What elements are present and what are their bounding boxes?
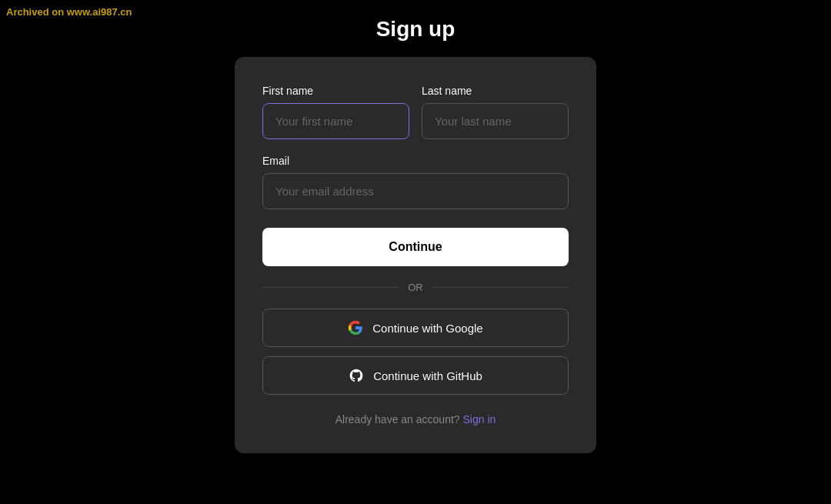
- last-name-label: Last name: [422, 85, 569, 97]
- or-line-left: [262, 287, 399, 288]
- github-button-label: Continue with GitHub: [373, 369, 482, 382]
- archive-banner: Archived on www.ai987.cn: [6, 6, 132, 18]
- email-label: Email: [262, 155, 569, 167]
- first-name-group: First name: [262, 85, 409, 139]
- signin-link[interactable]: Sign in: [462, 413, 496, 426]
- first-name-label: First name: [262, 85, 409, 97]
- signin-section: Already have an account? Sign in: [262, 413, 569, 426]
- or-text: OR: [408, 282, 423, 293]
- first-name-input[interactable]: [262, 103, 409, 139]
- google-button[interactable]: Continue with Google: [262, 309, 569, 347]
- github-icon: [349, 368, 364, 383]
- or-line-right: [432, 287, 569, 288]
- github-button[interactable]: Continue with GitHub: [262, 356, 569, 395]
- email-group: Email: [262, 155, 569, 209]
- google-button-label: Continue with Google: [372, 322, 482, 335]
- email-input[interactable]: [262, 173, 569, 209]
- page-title: Sign up: [0, 17, 831, 42]
- continue-button[interactable]: Continue: [262, 228, 569, 266]
- signup-card: First name Last name Email Continue OR C…: [235, 57, 596, 453]
- or-divider: OR: [262, 282, 569, 293]
- signin-prompt-text: Already have an account?: [335, 413, 460, 426]
- last-name-group: Last name: [422, 85, 569, 139]
- google-icon: [348, 320, 363, 335]
- last-name-input[interactable]: [422, 103, 569, 139]
